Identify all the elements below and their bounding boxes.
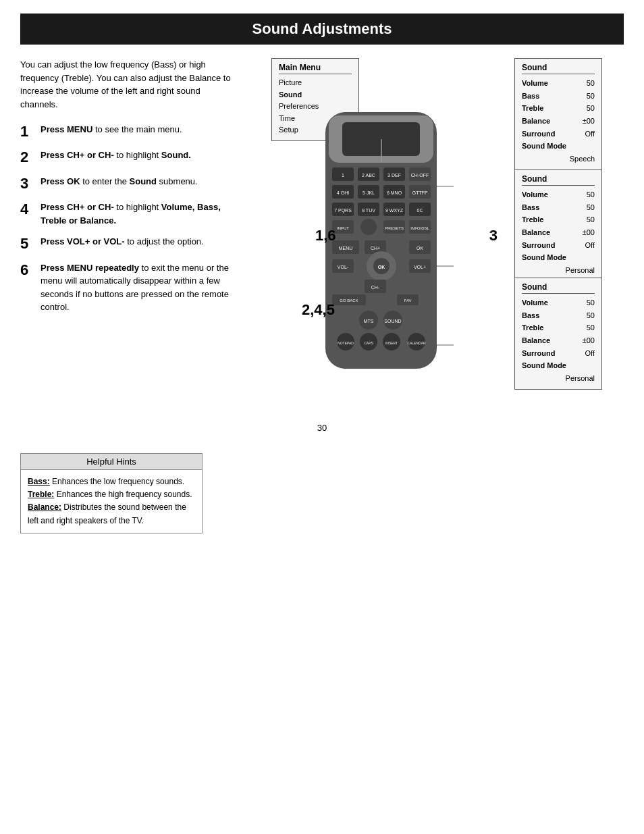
svg-text:GTTFF: GTTFF [412,190,428,195]
step-text: Press MENU to see the main menu. [41,123,182,136]
step-text: Press MENU repeatedly to exit the menu o… [41,261,236,314]
sound-box-2-title: Sound [522,174,595,186]
main-menu-item-picture: Picture [279,77,352,89]
svg-text:INPUT: INPUT [337,226,349,230]
step-number: 1 [20,123,41,140]
svg-text:CH+: CH+ [371,246,380,251]
svg-text:CH-OFF: CH-OFF [411,173,429,178]
step-text: Press CH+ or CH- to highlight Sound. [41,149,191,162]
svg-text:NOTEPAD: NOTEPAD [338,341,354,345]
svg-text:MTS: MTS [364,319,374,323]
step-text: Press VOL+ or VOL- to adjust the option. [41,235,204,249]
hint-text-bass: Enhances the low frequency sounds. [50,477,184,486]
svg-text:INFO/DSL: INFO/DSL [410,226,429,230]
hint-term-bass: Bass: [28,477,50,486]
hints-title: Helpful Hints [21,454,202,470]
svg-text:CAPS: CAPS [364,341,373,345]
svg-text:6 MNO: 6 MNO [387,190,402,195]
step-2: 2Press CH+ or CH- to highlight Sound. [20,149,236,166]
step-4: 4Press CH+ or CH- to highlight Volume, B… [20,201,236,227]
svg-text:5 JKL: 5 JKL [363,190,375,195]
svg-point-29 [360,219,377,235]
sound-submenu-1: Sound Volume50 Bass50 Treble50 Balance±0… [514,58,602,170]
svg-text:INSERT: INSERT [385,341,398,345]
remote-control-diagram: 1 2 ABC 3 DEF CH-OFF 4 GHI 5 JKL 6 MNO G… [312,112,454,398]
svg-text:OK: OK [417,246,423,251]
step-1: 1Press MENU to see the main menu. [20,123,236,140]
svg-text:OK: OK [378,265,385,269]
diagram-full: Main Menu Picture Sound Preferences Time… [271,58,602,409]
hints-content: Bass: Enhances the low frequency sounds.… [21,470,202,533]
sound-box-3-title: Sound [522,282,595,294]
step-5: 5Press VOL+ or VOL- to adjust the option… [20,235,236,253]
step-number: 5 [20,235,41,253]
step-6: 6Press MENU repeatedly to exit the menu … [20,261,236,314]
svg-text:2 ABC: 2 ABC [362,173,375,178]
step-number: 4 [20,201,41,218]
svg-text:7 PQRS: 7 PQRS [334,208,352,213]
svg-text:3 DEF: 3 DEF [387,173,401,178]
svg-text:VOL+: VOL+ [414,265,426,269]
svg-text:SOUND: SOUND [384,319,401,323]
svg-text:9 WXYZ: 9 WXYZ [385,208,404,213]
hint-term-treble: Treble: [28,490,54,499]
main-menu-item-preferences: Preferences [279,101,352,113]
svg-text:0C: 0C [417,208,423,213]
step-label-245: 2,4,5 [302,301,335,319]
step-text: Press CH+ or CH- to highlight Volume, Ba… [41,201,236,227]
svg-text:PRESETS: PRESETS [385,226,404,230]
sound-submenu-2: Sound Volume50 Bass50 Treble50 Balance±0… [514,170,602,282]
step-label-3: 3 [489,227,498,244]
steps-list: 1Press MENU to see the main menu.2Press … [20,123,236,314]
step-number: 3 [20,175,41,192]
svg-text:FAV: FAV [404,298,412,303]
svg-text:CH-: CH- [371,285,380,290]
svg-text:CALENDAR: CALENDAR [407,341,426,345]
instructions-panel: You can adjust the low frequency (Bass) … [20,58,236,409]
svg-text:8 TUV: 8 TUV [362,208,375,213]
step-label-16: 1,6 [315,227,336,244]
hint-text-treble: Enhances the high frequency sounds. [54,490,192,499]
sound-submenu-3: Sound Volume50 Bass50 Treble50 Balance±0… [514,278,602,390]
svg-text:MENU: MENU [339,246,353,251]
sound-box-1-title: Sound [522,63,595,74]
step-number: 2 [20,149,41,166]
step-3: 3Press OK to enter the Sound submenu. [20,175,236,192]
main-menu-item-sound: Sound [279,89,352,101]
main-menu-title: Main Menu [279,63,352,74]
svg-text:1: 1 [342,173,344,178]
svg-text:GO BACK: GO BACK [340,298,358,303]
step-number: 6 [20,261,41,279]
step-text: Press OK to enter the Sound submenu. [41,175,198,188]
svg-text:VOL-: VOL- [338,265,349,269]
diagram-area: Main Menu Picture Sound Preferences Time… [250,58,624,409]
page-title: Sound Adjustments [20,14,624,45]
intro-text: You can adjust the low frequency (Bass) … [20,58,236,111]
hint-term-balance: Balance: [28,502,61,512]
svg-text:4 GHI: 4 GHI [337,190,349,195]
hints-box: Helpful Hints Bass: Enhances the low fre… [20,453,203,533]
page-number: 30 [0,423,644,433]
